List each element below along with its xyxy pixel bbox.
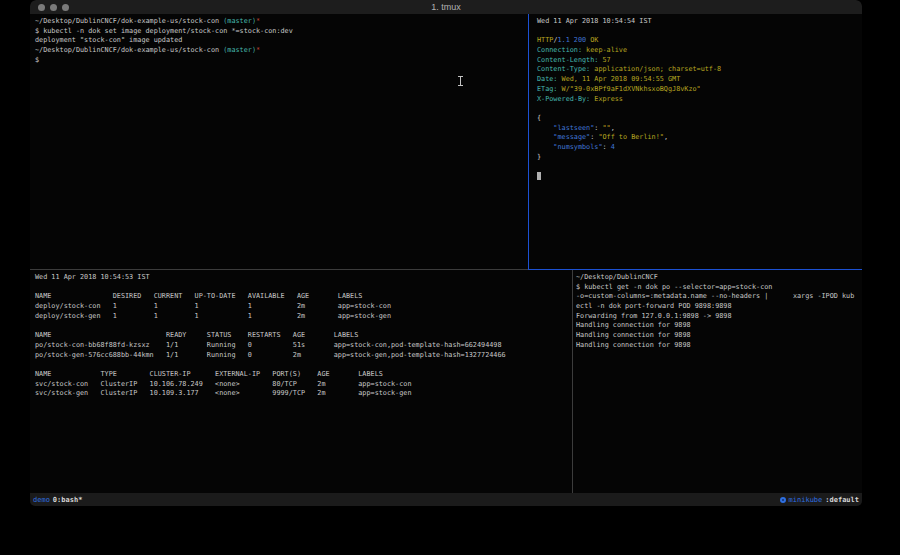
- tmux-window-label[interactable]: 0:bash*: [53, 496, 83, 504]
- terminal-line: ETag: W/"39-0xBPf9aF1dXVNkhsxoBQgJ8vKzo": [537, 85, 862, 95]
- terminal-line: po/stock-gen-576cc688bb-44kmn 1/1 Runnin…: [35, 351, 572, 361]
- pane-http-response[interactable]: Wed 11 Apr 2018 10:54:54 IST HTTP/1.1 20…: [529, 14, 862, 269]
- terminal-line: X-Powered-By: Express: [537, 95, 862, 105]
- kube-namespace-label: :default: [825, 496, 859, 504]
- status-left: demo 0:bash*: [33, 496, 82, 504]
- terminal-line: NAME DESIRED CURRENT UP-TO-DATE AVAILABL…: [35, 292, 572, 302]
- terminal-line: Content-Type: application/json; charset=…: [537, 65, 862, 75]
- terminal-line: "lastseen": "",: [537, 124, 862, 134]
- terminal-line: Handling connection for 9898: [576, 321, 862, 331]
- terminal-line: }: [537, 153, 862, 163]
- terminal-line: Wed 11 Apr 2018 10:54:54 IST: [537, 17, 862, 27]
- terminal-line: [35, 321, 572, 331]
- terminal-line: NAME TYPE CLUSTER-IP EXTERNAL-IP PORT(S)…: [35, 370, 572, 380]
- terminal-line: {: [537, 114, 862, 124]
- terminal-line: deploy/stock-con 1 1 1 1 2m app=stock-co…: [35, 302, 572, 312]
- window-titlebar[interactable]: 1. tmux: [30, 0, 862, 14]
- pane-kubectl-watch[interactable]: Wed 11 Apr 2018 10:54:53 IST NAME DESIRE…: [30, 270, 572, 493]
- pane-port-forward[interactable]: ~/Desktop/DublinCNCF$ kubectl get -n dok…: [573, 270, 862, 493]
- terminal-line: ~/Desktop/DublinCNCF/dok-example-us/stoc…: [35, 17, 528, 27]
- status-right: minikube :default: [780, 496, 859, 504]
- screen: 1. tmux ~/Desktop/DublinCNCF/dok-example…: [0, 0, 900, 555]
- terminal-line: ~/Desktop/DublinCNCF: [576, 273, 862, 283]
- terminal-line: NAME READY STATUS RESTARTS AGE LABELS: [35, 331, 572, 341]
- terminal-line: $ kubectl -n dok set image deployment/st…: [35, 27, 528, 37]
- terminal-window: 1. tmux ~/Desktop/DublinCNCF/dok-example…: [30, 0, 862, 506]
- terminal-line: po/stock-con-bb68f88fd-kzsxz 1/1 Running…: [35, 341, 572, 351]
- terminal-line: $: [35, 56, 528, 66]
- terminal-line: Connection: keep-alive: [537, 46, 862, 56]
- terminal-line: Content-Length: 57: [537, 56, 862, 66]
- terminal-line: "numsymbols": 4: [537, 143, 862, 153]
- terminal-line: deploy/stock-gen 1 1 1 1 2m app=stock-ge…: [35, 312, 572, 322]
- mouse-text-cursor-icon: [458, 76, 463, 86]
- terminal-line: svc/stock-gen ClusterIP 10.109.3.177 <no…: [35, 389, 572, 399]
- terminal-line: [35, 283, 572, 293]
- terminal-line: Wed 11 Apr 2018 10:54:53 IST: [35, 273, 572, 283]
- terminal-line: deployment "stock-con" image updated: [35, 36, 528, 46]
- terminal-line: [35, 360, 572, 370]
- window-title: 1. tmux: [30, 2, 862, 12]
- terminal-line: HTTP/1.1 200 OK: [537, 36, 862, 46]
- terminal-line: [537, 27, 862, 37]
- terminal-line: "message": "Off to Berlin!",: [537, 133, 862, 143]
- terminal-line: $ kubectl get -n dok po --selector=app=s…: [576, 283, 862, 293]
- terminal-line: Handling connection for 9898: [576, 341, 862, 351]
- terminal-line: [537, 104, 862, 114]
- kubernetes-helm-icon: [780, 497, 786, 503]
- terminal-line: [537, 162, 862, 172]
- terminal-line: Handling connection for 9898: [576, 331, 862, 341]
- terminal-line: [537, 172, 862, 182]
- terminal-line: -o=custom-columns=:metadata.name --no-he…: [576, 292, 862, 302]
- tmux-status-bar: demo 0:bash* minikube :default: [30, 493, 862, 506]
- terminal-line: svc/stock-con ClusterIP 10.106.78.249 <n…: [35, 380, 572, 390]
- terminal-line: Date: Wed, 11 Apr 2018 09:54:55 GMT: [537, 75, 862, 85]
- terminal-line: ectl -n dok port-forward POD 9898:9898: [576, 302, 862, 312]
- pane-shell-top-left[interactable]: ~/Desktop/DublinCNCF/dok-example-us/stoc…: [30, 14, 528, 269]
- terminal-line: ~/Desktop/DublinCNCF/dok-example-us/stoc…: [35, 46, 528, 56]
- terminal-line: Forwarding from 127.0.0.1:9898 -> 9898: [576, 312, 862, 322]
- kube-context-label: minikube: [789, 496, 823, 504]
- tmux-session-name[interactable]: demo: [33, 496, 50, 504]
